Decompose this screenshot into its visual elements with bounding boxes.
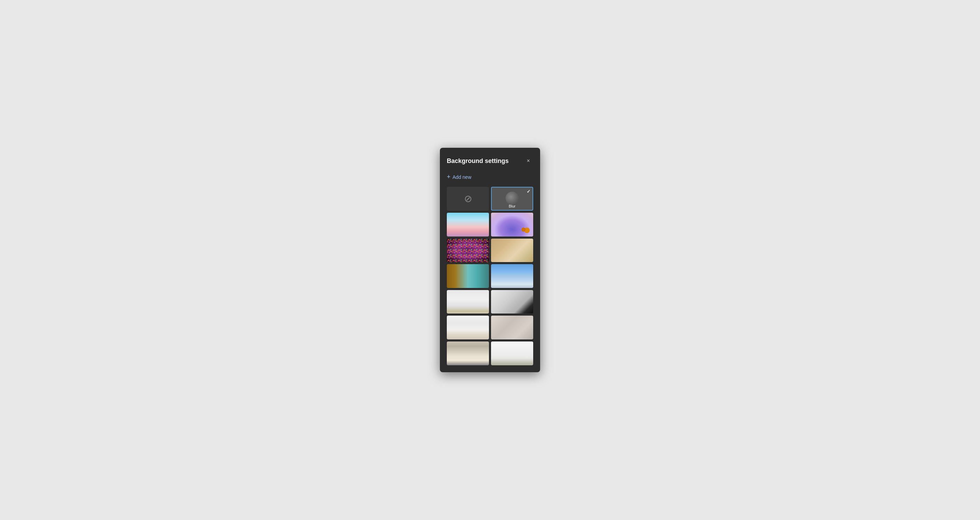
background-image-option[interactable]: [491, 264, 533, 288]
page-background: Background settings × + Add new ⊘ ✓ Blur: [0, 0, 980, 520]
background-image-option[interactable]: [491, 213, 533, 236]
background-image-option[interactable]: [447, 315, 489, 339]
blur-preview-circle: [506, 192, 519, 205]
background-image-option[interactable]: [447, 264, 489, 288]
background-image-option[interactable]: [491, 290, 533, 314]
background-thumbnail: [447, 315, 489, 339]
plus-icon: +: [447, 173, 450, 181]
background-blur-option[interactable]: ✓ Blur: [491, 187, 533, 211]
background-settings-dialog: Background settings × + Add new ⊘ ✓ Blur: [440, 148, 540, 372]
background-image-option[interactable]: [447, 239, 489, 262]
background-image-option[interactable]: [491, 341, 533, 365]
background-thumbnail: [491, 239, 533, 262]
background-image-option[interactable]: [447, 290, 489, 314]
background-image-option[interactable]: [447, 213, 489, 236]
add-new-label: Add new: [453, 174, 471, 180]
no-background-icon: ⊘: [464, 193, 472, 205]
background-thumbnail: [491, 290, 533, 314]
blur-label: Blur: [509, 204, 515, 208]
background-thumbnail: [491, 264, 533, 288]
dialog-title: Background settings: [447, 157, 509, 165]
background-thumbnail: [447, 264, 489, 288]
background-thumbnail: [447, 213, 489, 236]
background-none-option[interactable]: ⊘: [447, 187, 489, 211]
background-image-option[interactable]: [491, 239, 533, 262]
add-new-button[interactable]: + Add new: [447, 172, 471, 182]
background-image-option[interactable]: [491, 315, 533, 339]
decoration: [522, 228, 526, 232]
selected-checkmark: ✓: [527, 189, 530, 194]
background-image-option[interactable]: [447, 341, 489, 365]
background-thumbnail: [447, 290, 489, 314]
close-button[interactable]: ×: [523, 156, 533, 166]
backgrounds-grid: ⊘ ✓ Blur: [447, 187, 533, 365]
background-thumbnail: [491, 315, 533, 339]
background-thumbnail: [447, 341, 489, 365]
background-thumbnail: [491, 341, 533, 365]
dialog-header: Background settings ×: [447, 156, 533, 166]
